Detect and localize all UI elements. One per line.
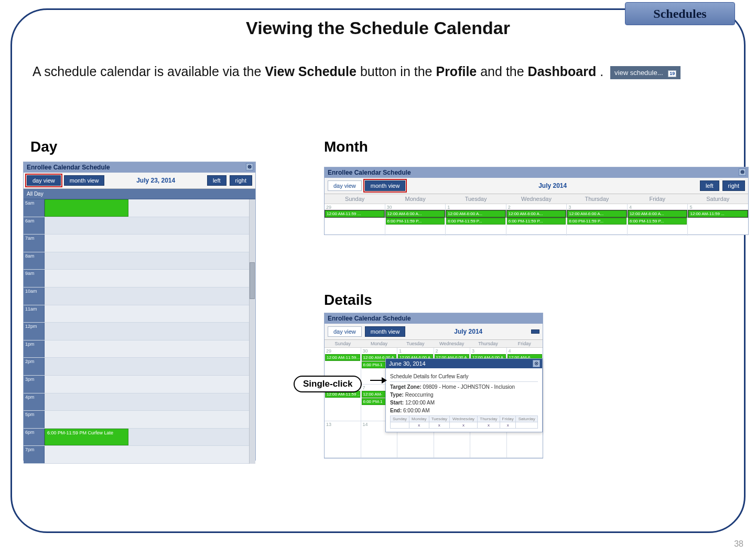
hour-row: 3pm bbox=[24, 376, 255, 393]
event-block[interactable]: 12:00 AM-6:00 A... bbox=[507, 210, 566, 217]
day-view-button[interactable]: day view bbox=[328, 326, 362, 337]
month-day-cell[interactable]: 3012:00 AM-6:00 A...6:00 PM-11:59 P... bbox=[385, 204, 446, 236]
event-block[interactable]: 12:00 AM-6:00 A... bbox=[567, 210, 627, 217]
view-schedule-label: view schedule... bbox=[614, 69, 663, 77]
close-icon[interactable]: ⊗ bbox=[246, 163, 253, 171]
hour-label: 7am bbox=[24, 235, 45, 252]
month-pane-titlebar: Enrollee Calendar Schedule ⊗ bbox=[325, 167, 748, 178]
details-title-label: July 2014 bbox=[454, 328, 482, 335]
schedule-details-popup: June 30, 2014 ⊗ Schedule Details for Cur… bbox=[385, 358, 543, 432]
start-value: 12:00:00 AM bbox=[405, 400, 435, 406]
hour-cell[interactable] bbox=[45, 287, 255, 305]
nav-left-button[interactable]: left bbox=[207, 175, 226, 186]
hour-cell[interactable] bbox=[45, 411, 255, 428]
event-block[interactable]: 12:00 AM-6:00 A... bbox=[446, 210, 505, 217]
hour-row: 4pm bbox=[24, 393, 255, 411]
day-view-pane: Enrollee Calendar Schedule ⊗ day view mo… bbox=[23, 162, 256, 461]
hour-label: 4pm bbox=[24, 393, 45, 411]
scrollbar[interactable] bbox=[249, 199, 255, 464]
popup-day-header: Wednesday bbox=[450, 416, 478, 422]
event-block[interactable]: 12:00 AM-11:59... bbox=[325, 354, 360, 361]
nav-right-button[interactable]: right bbox=[230, 175, 252, 186]
day-number: 13 bbox=[325, 422, 360, 427]
nav-right-button[interactable]: right bbox=[722, 180, 745, 191]
event-block[interactable]: 12:00 AM-11:59 ... bbox=[325, 210, 384, 217]
day-number: 1 bbox=[398, 348, 433, 354]
page-number: 38 bbox=[734, 539, 743, 549]
hour-cell[interactable] bbox=[45, 376, 255, 393]
popup-date: June 30, 2014 bbox=[389, 360, 426, 367]
weekday-header-cell: Friday bbox=[506, 340, 543, 347]
day-view-button[interactable]: day view bbox=[27, 175, 61, 186]
tab-schedules: Schedules bbox=[625, 2, 735, 25]
hour-cell[interactable] bbox=[45, 323, 255, 340]
month-title-label: July 2014 bbox=[538, 182, 567, 189]
month-day-cell[interactable]: 312:00 AM-6:00 A...6:00 PM-11:59 P... bbox=[566, 204, 627, 236]
event-block-6pm[interactable]: 6:00 PM-11:59 PM Curfew Late bbox=[45, 429, 128, 445]
event-block[interactable]: 6:00 PM-11:59 P... bbox=[446, 218, 505, 225]
details-day-cell[interactable]: 13 bbox=[325, 421, 361, 457]
month-day-cell[interactable]: 112:00 AM-6:00 A...6:00 PM-11:59 P... bbox=[445, 204, 506, 236]
hour-label: 1pm bbox=[24, 340, 45, 358]
popup-subtitle-name: Curfew Early bbox=[438, 374, 468, 379]
day-view-button[interactable]: day view bbox=[328, 180, 362, 191]
month-day-cell[interactable]: 212:00 AM-6:00 A...6:00 PM-11:59 P... bbox=[506, 204, 567, 236]
weekday-header-cell: Thursday bbox=[567, 194, 627, 204]
hour-cell[interactable] bbox=[45, 393, 255, 411]
event-block[interactable]: 6:00 PM-11:59 P... bbox=[567, 218, 627, 225]
month-view-button[interactable]: month view bbox=[64, 175, 105, 186]
popup-day-header: Saturday bbox=[516, 416, 538, 422]
event-block-5am[interactable] bbox=[45, 199, 128, 217]
hour-label: 9am bbox=[24, 270, 45, 287]
month-view-button[interactable]: month view bbox=[365, 180, 406, 191]
hour-cell[interactable] bbox=[45, 446, 255, 463]
hour-cell[interactable] bbox=[45, 340, 255, 358]
popup-day-value: x bbox=[450, 422, 478, 429]
popup-day-header: Tuesday bbox=[429, 416, 450, 422]
hour-cell[interactable] bbox=[45, 305, 255, 323]
popup-day-value: x bbox=[477, 422, 500, 429]
view-schedule-button[interactable]: view schedule... 19 bbox=[610, 66, 681, 80]
month-view-button[interactable]: month view bbox=[365, 326, 406, 337]
intro-text: A schedule calendar is available via the… bbox=[33, 63, 723, 81]
month-day-cell[interactable]: 512:00 AM-11:59 ... bbox=[687, 204, 748, 236]
event-block[interactable]: 12:00 AM-6:00 A... bbox=[386, 210, 445, 217]
event-block[interactable]: 12:00 AM-6:00 A... bbox=[628, 210, 687, 217]
scrollbar-thumb[interactable] bbox=[250, 262, 255, 299]
intro-bold2: Profile bbox=[436, 64, 477, 79]
pane-title-text: Enrollee Calendar Schedule bbox=[27, 164, 110, 171]
popup-day-value: x bbox=[409, 422, 429, 429]
details-toolbar: day view month view July 2014 bbox=[325, 324, 543, 340]
arrow-icon bbox=[370, 380, 386, 381]
end-value: 6:00:00 AM bbox=[403, 408, 430, 413]
hour-cell[interactable] bbox=[45, 358, 255, 375]
popup-day-value bbox=[516, 422, 538, 429]
hour-cell[interactable] bbox=[45, 217, 255, 235]
all-day-row: All Day bbox=[24, 189, 255, 199]
event-block[interactable]: 12:00 AM-11:59 ... bbox=[688, 210, 748, 217]
close-icon[interactable]: ⊗ bbox=[533, 360, 540, 367]
nav-left-button[interactable]: left bbox=[700, 180, 719, 191]
day-number: 29 bbox=[325, 205, 384, 210]
popup-subtitle: Schedule Details for Curfew Early bbox=[390, 374, 538, 379]
hour-cell[interactable] bbox=[45, 235, 255, 252]
popup-day-value bbox=[391, 422, 409, 429]
details-pane-title-text: Enrollee Calendar Schedule bbox=[328, 315, 411, 322]
end-label: End: bbox=[390, 408, 402, 413]
event-block[interactable]: 6:00 PM-11:59 P... bbox=[628, 218, 687, 225]
day-number: 2 bbox=[507, 205, 566, 210]
month-day-cell[interactable]: 412:00 AM-6:00 A...6:00 PM-11:59 P... bbox=[627, 204, 688, 236]
section-day-label: Day bbox=[30, 138, 57, 155]
month-day-cell[interactable]: 2912:00 AM-11:59 ... bbox=[325, 204, 385, 236]
weekday-header-cell: Monday bbox=[385, 194, 445, 204]
hour-cell[interactable] bbox=[45, 270, 255, 287]
event-block[interactable]: 6:00 PM-11:59 P... bbox=[386, 218, 445, 225]
hour-cell[interactable] bbox=[45, 252, 255, 270]
day-scroll-area[interactable]: 5am6am7am8am9am10am11am12pm1pm2pm3pm4pm5… bbox=[24, 199, 255, 464]
close-icon[interactable]: ⊗ bbox=[739, 168, 746, 176]
hour-label: 6am bbox=[24, 217, 45, 235]
nav-unknown-button[interactable] bbox=[531, 329, 539, 334]
event-block[interactable]: 6:00 PM-11:59 P... bbox=[507, 218, 566, 225]
intro-part1: A schedule calendar is available via the bbox=[33, 64, 265, 79]
popup-body: Schedule Details for Curfew Early Target… bbox=[386, 368, 542, 432]
